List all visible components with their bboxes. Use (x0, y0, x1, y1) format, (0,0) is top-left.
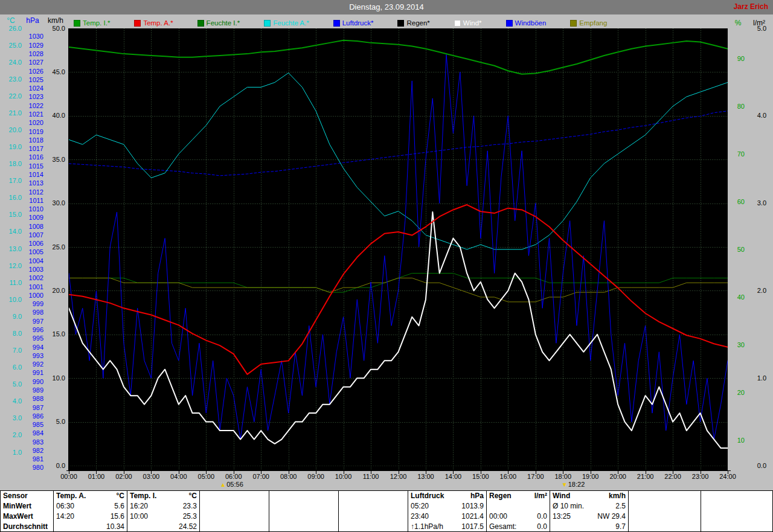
stats-cell (339, 511, 408, 522)
legend-label-feuchte-i: Feuchte I.* (207, 19, 240, 27)
axis-label-degc: 18.0 (2, 160, 22, 168)
axis-label-lm2: 3.0 (748, 199, 766, 207)
axis-label-hpa: 989 (24, 386, 43, 394)
x-axis-label: 20:00 (609, 473, 626, 480)
legend-item-temp-i[interactable]: Temp. I.* (74, 19, 110, 27)
axis-label-degc: 10.0 (2, 296, 22, 304)
legend-color-luftdruck-icon (333, 20, 340, 27)
axis-label-degc: 15.0 (2, 211, 22, 219)
x-axis-label: 11:00 (363, 473, 379, 480)
legend-color-feuchte-i-icon (197, 20, 204, 27)
axis-label-kmh: 15.0 (46, 330, 65, 338)
sunset-time: 18:22 (568, 481, 585, 488)
axis-label-hpa: 1014 (24, 171, 43, 179)
x-axis-label: 05:00 (198, 473, 215, 480)
axis-label-hpa: 998 (24, 309, 43, 316)
axis-label-hpa: 980 (24, 464, 43, 472)
stats-row-label: MaxWert (1, 511, 54, 522)
stats-cell-value: 2.5 (615, 501, 626, 511)
stats-cell-value: 1017.5 (461, 522, 484, 531)
stats-cell: Ø 10 min.2.5 (550, 501, 629, 511)
x-axis-labels: 00:0001:0002:0003:0004:0005:0006:0007:00… (69, 473, 728, 481)
axis-label-degc: 16.0 (2, 194, 22, 202)
axis-label-pct: 90 (730, 55, 745, 63)
stats-cell-value: 0.0 (537, 522, 547, 531)
axis-label-hpa: 1019 (24, 128, 43, 136)
stats-cell-value: hPa (470, 491, 484, 501)
stats-cell-time: 14:20 (56, 511, 74, 521)
axis-label-hpa: 1001 (24, 283, 43, 291)
x-axis-label: 23:00 (692, 473, 709, 480)
stats-cell: 00:000.0 (487, 511, 550, 522)
legend-color-temp-a-icon (134, 20, 141, 27)
axis-label-hpa: 1013 (24, 179, 43, 187)
weather-chart-canvas[interactable] (69, 28, 728, 470)
legend-item-temp-a[interactable]: Temp. A.* (134, 19, 173, 27)
x-axis-label: 07:00 (252, 473, 269, 480)
stats-cell (200, 521, 269, 531)
axis-kmh-labels: 50.045.040.035.030.025.020.015.010.05.00… (46, 0, 65, 532)
legend-item-windboeen[interactable]: Windböen (506, 19, 547, 27)
axis-label-hpa: 985 (24, 421, 43, 429)
x-axis-label: 15:00 (472, 473, 489, 480)
legend-item-luftdruck[interactable]: Luftdruck* (333, 19, 374, 27)
axis-label-hpa: 1011 (24, 197, 43, 205)
axis-label-hpa: 1000 (24, 292, 43, 300)
legend-label-regen: Regen* (406, 19, 429, 27)
stats-cell: LuftdruckhPa (408, 491, 487, 501)
legend-label-temp-a: Temp. A.* (143, 19, 173, 27)
stats-cell: 10.34 (54, 521, 127, 531)
axis-label-degc: 19.0 (2, 143, 22, 151)
sunset-marker: ▼18:22 (562, 481, 585, 488)
axis-label-hpa: 1006 (24, 240, 43, 248)
legend-color-feuchte-a-icon (264, 20, 271, 27)
axis-label-degc: 1.0 (2, 449, 22, 457)
stats-cell (701, 491, 772, 501)
axis-label-degc: 22.0 (2, 92, 22, 100)
stats-cell (200, 501, 269, 511)
stats-cell-time: Temp. A. (56, 491, 86, 501)
axis-label-hpa: 1020 (24, 119, 43, 127)
axis-label-hpa: 1027 (24, 59, 43, 66)
legend-item-wind[interactable]: Wind* (454, 19, 482, 27)
legend-item-regen[interactable]: Regen* (397, 19, 429, 27)
axis-label-degc: 14.0 (2, 228, 22, 236)
stats-cell (269, 491, 339, 501)
legend-item-empfang[interactable]: Empfang (570, 19, 607, 27)
x-axis-label: 03:00 (143, 473, 160, 480)
stats-cell-time: Regen (489, 491, 512, 501)
legend-item-feuchte-a[interactable]: Feuchte A.* (264, 19, 309, 27)
axis-label-hpa: 991 (24, 369, 43, 377)
stats-cell-value: 1021.4 (461, 511, 484, 521)
x-axis-label: 08:00 (280, 473, 297, 480)
stats-cell (339, 501, 408, 511)
legend-item-feuchte-i[interactable]: Feuchte I.* (197, 19, 240, 27)
axis-label-kmh: 30.0 (46, 199, 65, 207)
x-axis-label: 14:00 (445, 473, 462, 480)
stats-cell: 10:0025.3 (127, 511, 200, 522)
axis-label-hpa: 982 (24, 447, 43, 455)
axis-label-kmh: 20.0 (46, 287, 65, 295)
axis-label-hpa: 986 (24, 412, 43, 420)
axis-label-pct: 40 (730, 293, 745, 301)
axis-label-degc: 13.0 (2, 245, 22, 253)
axis-label-lm2: 1.0 (748, 374, 766, 382)
axis-label-kmh: 25.0 (46, 243, 65, 251)
stats-cell-time: Luftdruck (411, 491, 444, 501)
axis-label-hpa: 993 (24, 352, 43, 360)
legend-color-windboeen-icon (506, 20, 513, 27)
legend-color-wind-icon (454, 20, 461, 27)
x-axis-label: 24:00 (719, 473, 736, 480)
axis-label-degc: 11.0 (2, 279, 22, 287)
axis-label-degc: 21.0 (2, 109, 22, 117)
axis-label-hpa: 996 (24, 326, 43, 334)
axis-label-pct: 60 (730, 198, 745, 206)
legend-label-temp-i: Temp. I.* (83, 19, 110, 27)
stats-row-label: Durchschnitt (1, 521, 54, 531)
stats-cell: 24.52 (127, 521, 200, 531)
axis-label-hpa: 1002 (24, 274, 43, 282)
axis-label-hpa: 984 (24, 429, 43, 437)
weather-app-window: Dienstag, 23.09.2014 Jarz Erich °ChPakm/… (0, 0, 773, 532)
stats-cell-value: 24.52 (179, 522, 197, 531)
x-axis-label: 01:00 (88, 473, 105, 480)
